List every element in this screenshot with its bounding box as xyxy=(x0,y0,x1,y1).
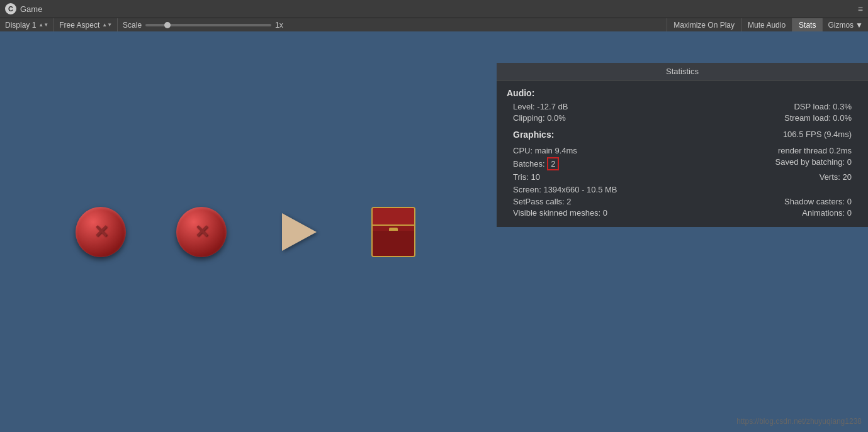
title-bar: C Game ≡ xyxy=(0,0,868,18)
graphics-section-header: Graphics: xyxy=(513,130,554,140)
stats-saved-by-batching: Saved by batching: 0 xyxy=(775,157,852,170)
menu-icon[interactable]: ≡ xyxy=(858,4,863,14)
stats-visible-skinned: Visible skinned meshes: 0 xyxy=(513,208,607,218)
unity-logo-icon: C xyxy=(5,3,16,14)
aspect-selector[interactable]: Free Aspect ▲▼ xyxy=(54,18,118,31)
toolbar-right: Maximize On Play Mute Audio Stats Gizmos… xyxy=(667,18,868,31)
chest-bottom xyxy=(373,231,414,256)
aspect-arrow: ▲▼ xyxy=(102,22,112,28)
scale-value: 1x xyxy=(275,21,283,30)
scale-control: Scale 1x xyxy=(118,18,667,31)
window-title: Game xyxy=(20,4,42,14)
stats-dsp-load: DSP load: 0.3% xyxy=(794,102,852,111)
stats-audio-row2: Clipping: 0.0% Stream load: 0.0% xyxy=(507,113,858,123)
display-arrow: ▲▼ xyxy=(38,22,48,28)
stats-content: Audio: Level: -12.7 dB DSP load: 0.3% Cl… xyxy=(497,80,868,227)
stats-level: Level: -12.7 dB xyxy=(513,102,568,111)
gizmos-arrow: ▼ xyxy=(855,21,863,30)
watermark: https://blog.csdn.net/zhuyuqiang1238 xyxy=(736,417,862,426)
stats-screen: Screen: 1394x660 - 10.5 MB xyxy=(513,185,617,194)
aspect-label: Free Aspect xyxy=(59,21,99,30)
stats-tris: Tris: 10 xyxy=(513,172,540,182)
stats-skinned-row: Visible skinned meshes: 0 Animations: 0 xyxy=(507,208,858,218)
stats-render-thread: render thread 0.2ms xyxy=(778,146,852,155)
stats-setpass-calls: SetPass calls: 2 xyxy=(513,197,572,206)
stats-batches-value: 2 xyxy=(547,157,559,170)
stats-stream-load: Stream load: 0.0% xyxy=(784,113,852,123)
stats-shadow-casters: Shadow casters: 0 xyxy=(784,197,852,206)
scale-slider[interactable] xyxy=(145,24,271,26)
stats-clipping: Clipping: 0.0% xyxy=(513,113,566,123)
play-button[interactable] xyxy=(277,210,321,254)
stats-batches-row: Batches: 2 Saved by batching: 0 xyxy=(507,157,858,170)
stats-button[interactable]: Stats xyxy=(792,18,822,31)
toolbar: Display 1 ▲▼ Free Aspect ▲▼ Scale 1x Max… xyxy=(0,18,868,31)
gizmos-button[interactable]: Gizmos ▼ xyxy=(822,18,868,31)
game-area: Statistics Audio: Level: -12.7 dB DSP lo… xyxy=(0,31,868,432)
stats-panel: Statistics Audio: Level: -12.7 dB DSP lo… xyxy=(497,63,868,227)
chest-top xyxy=(373,208,414,226)
scale-slider-thumb xyxy=(164,22,171,28)
scale-label: Scale xyxy=(123,21,142,30)
mute-audio-button[interactable]: Mute Audio xyxy=(741,18,792,31)
stats-tris-row: Tris: 10 Verts: 20 xyxy=(507,172,858,182)
audio-section-header: Audio: xyxy=(507,88,858,98)
red-x-button-2[interactable] xyxy=(176,207,227,257)
stats-graphics-row: Graphics: 106.5 FPS (9.4ms) xyxy=(507,130,858,143)
red-x-button-1[interactable] xyxy=(76,207,126,257)
stats-cpu-row: CPU: main 9.4ms render thread 0.2ms xyxy=(507,146,858,155)
stats-setpass-row: SetPass calls: 2 Shadow casters: 0 xyxy=(507,197,858,206)
stats-batches-label: Batches: xyxy=(513,159,547,169)
display-label: Display 1 xyxy=(5,21,36,30)
stats-title: Statistics xyxy=(497,63,868,80)
stats-screen-row: Screen: 1394x660 - 10.5 MB xyxy=(507,184,858,196)
stats-batches: Batches: 2 xyxy=(513,157,559,170)
stats-audio-row1: Level: -12.7 dB DSP load: 0.3% xyxy=(507,102,858,111)
stats-animations: Animations: 0 xyxy=(802,208,852,218)
stats-verts: Verts: 20 xyxy=(820,172,852,182)
stats-cpu: CPU: main 9.4ms xyxy=(513,146,577,155)
stats-fps: 106.5 FPS (9.4ms) xyxy=(783,130,852,143)
chest-icon[interactable] xyxy=(371,207,415,257)
display-selector[interactable]: Display 1 ▲▼ xyxy=(0,18,54,31)
maximize-on-play-button[interactable]: Maximize On Play xyxy=(667,18,741,31)
play-triangle-icon xyxy=(282,213,317,251)
